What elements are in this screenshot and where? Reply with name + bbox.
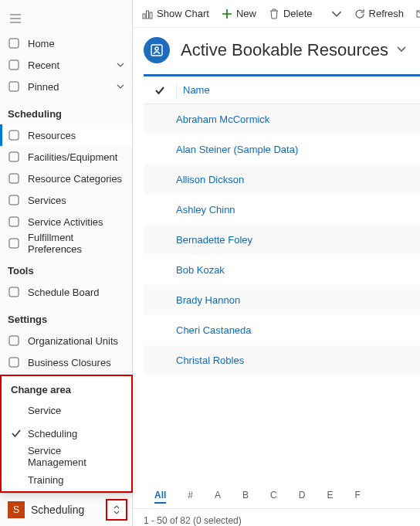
nav-group-settings: Settings: [0, 303, 132, 330]
new-button[interactable]: New: [217, 5, 261, 22]
table-row[interactable]: Brady Hannon: [144, 285, 420, 315]
closure-icon: [8, 357, 20, 368]
alpha-filter-d[interactable]: D: [299, 490, 306, 504]
nav-label: Service Activities: [28, 216, 124, 228]
clock-icon: [8, 59, 20, 70]
select-all-checkbox[interactable]: [144, 85, 176, 96]
alpha-filter-b[interactable]: B: [242, 490, 249, 504]
svg-point-17: [155, 47, 158, 50]
chevron-down-icon: [117, 59, 124, 71]
change-area-item-service[interactable]: Service: [2, 399, 131, 422]
svg-rect-10: [9, 336, 19, 345]
nav-label: Organizational Units: [28, 335, 124, 347]
delete-button[interactable]: Delete: [264, 5, 317, 22]
resource-link[interactable]: Bernadette Foley: [176, 234, 252, 246]
table-row[interactable]: Cheri Castaneda: [144, 315, 420, 345]
nav-label: Pinned: [28, 81, 109, 93]
area-label: Scheduling: [31, 504, 106, 516]
change-area-item-training[interactable]: Training: [2, 468, 131, 491]
svg-rect-1: [9, 60, 19, 70]
alpha-filter-f[interactable]: F: [354, 490, 360, 504]
nav-resources[interactable]: Resources: [0, 124, 132, 146]
alpha-filter-c[interactable]: C: [270, 490, 277, 504]
refresh-button[interactable]: Refresh: [350, 5, 409, 22]
delete-split-button[interactable]: [327, 5, 347, 22]
svg-rect-12: [143, 14, 145, 19]
svg-rect-11: [9, 358, 19, 367]
table-row[interactable]: Allison Dickson: [144, 165, 420, 195]
change-area-menu: Change area ServiceSchedulingService Man…: [0, 375, 133, 493]
activity-icon: [8, 216, 20, 227]
table-row[interactable]: Abraham McCormick: [144, 104, 420, 134]
view-selector-chevron[interactable]: [396, 44, 407, 57]
grid-header: Name: [144, 76, 420, 104]
nav-organizational-units[interactable]: Organizational Units: [0, 330, 132, 351]
status-bar: 1 - 50 of 82 (0 selected): [133, 508, 420, 526]
category-icon: [8, 173, 20, 184]
change-area-label: Service Management: [28, 445, 122, 468]
resource-link[interactable]: Alan Steiner (Sample Data): [176, 144, 298, 155]
pin-icon: [8, 81, 20, 92]
nav-recent[interactable]: Recent: [0, 54, 132, 76]
show-chart-button[interactable]: Show Chart: [137, 5, 214, 22]
change-area-label: Scheduling: [28, 428, 77, 439]
svg-rect-5: [9, 174, 19, 183]
chevron-down-icon: [117, 81, 124, 93]
change-area-item-scheduling[interactable]: Scheduling: [2, 422, 131, 445]
svg-rect-2: [9, 82, 19, 91]
resource-link[interactable]: Christal Robles: [176, 355, 244, 366]
alpha-filter-e[interactable]: E: [327, 490, 333, 504]
nav-label: Services: [28, 195, 124, 206]
resource-link[interactable]: Allison Dickson: [176, 174, 244, 185]
resource-link[interactable]: Ashley Chinn: [176, 204, 235, 215]
svg-rect-13: [147, 11, 149, 19]
check-icon: [11, 429, 22, 438]
change-area-title: Change area: [2, 376, 131, 399]
change-area-label: Training: [28, 474, 63, 486]
area-switcher[interactable]: S Scheduling: [0, 493, 132, 526]
nav-resource-categories[interactable]: Resource Categories: [0, 168, 132, 189]
nav-label: Facilities/Equipment: [28, 151, 124, 163]
table-row[interactable]: Bernadette Foley: [144, 225, 420, 255]
svg-rect-7: [9, 217, 19, 226]
service-icon: [8, 195, 20, 205]
email-link-button[interactable]: Email a Link: [412, 5, 420, 22]
nav-group-tools: Tools: [0, 254, 132, 281]
wrench-icon: [8, 151, 20, 162]
nav-schedule-board[interactable]: Schedule Board: [0, 281, 132, 303]
svg-rect-14: [150, 12, 152, 19]
nav-label: Fulfillment Preferences: [28, 232, 124, 255]
alpha-filter-#[interactable]: #: [188, 490, 193, 504]
table-row[interactable]: Alan Steiner (Sample Data): [144, 134, 420, 165]
hamburger-menu[interactable]: [0, 5, 132, 32]
nav-service-activities[interactable]: Service Activities: [0, 211, 132, 232]
table-row[interactable]: Christal Robles: [144, 345, 420, 375]
nav-label: Recent: [28, 59, 109, 71]
nav-business-closures[interactable]: Business Closures: [0, 351, 132, 373]
nav-services[interactable]: Services: [0, 189, 132, 211]
svg-rect-8: [9, 239, 19, 248]
column-header-name[interactable]: Name: [176, 82, 210, 99]
svg-rect-9: [9, 287, 19, 297]
alpha-filter-a[interactable]: A: [215, 490, 221, 504]
nav-label: Resource Categories: [28, 173, 124, 185]
alpha-filter: All#ABCDEF: [133, 482, 420, 508]
nav-facilities-equipment[interactable]: Facilities/Equipment: [0, 146, 132, 168]
resource-link[interactable]: Brady Hannon: [176, 294, 240, 306]
svg-rect-6: [9, 195, 19, 205]
change-area-label: Service: [28, 405, 61, 416]
change-area-item-service-management[interactable]: Service Management: [2, 445, 131, 468]
nav-fulfillment-preferences[interactable]: Fulfillment Preferences: [0, 232, 132, 254]
area-expand-icon[interactable]: [106, 499, 127, 521]
resource-link[interactable]: Abraham McCormick: [176, 114, 269, 125]
org-icon: [8, 335, 20, 346]
table-row[interactable]: Ashley Chinn: [144, 195, 420, 225]
nav-label: Schedule Board: [28, 287, 124, 298]
table-row[interactable]: Bob Kozak: [144, 255, 420, 285]
nav-pinned[interactable]: Pinned: [0, 76, 132, 97]
resource-link[interactable]: Cheri Castaneda: [176, 324, 252, 336]
nav-home[interactable]: Home: [0, 32, 132, 54]
view-title: Active Bookable Resources: [181, 40, 388, 60]
alpha-filter-all[interactable]: All: [154, 490, 166, 504]
resource-link[interactable]: Bob Kozak: [176, 264, 225, 276]
